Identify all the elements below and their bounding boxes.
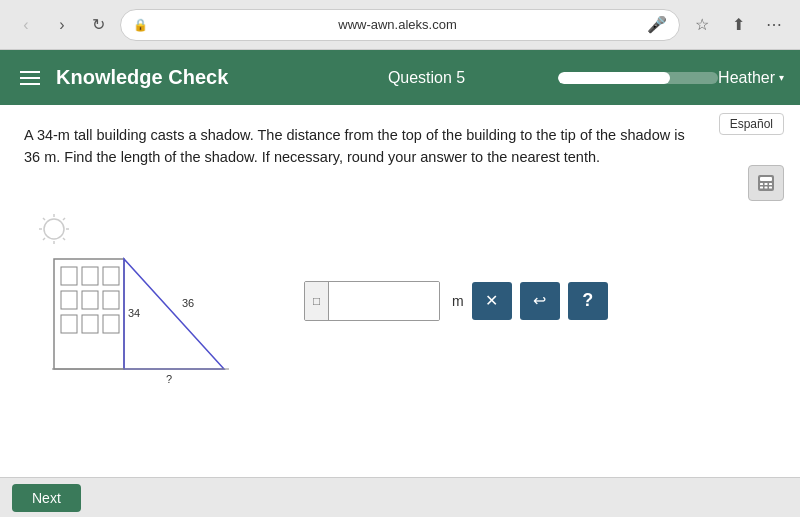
back-button[interactable]: ‹ — [12, 11, 40, 39]
user-name: Heather — [718, 69, 775, 87]
clear-button[interactable]: ✕ — [472, 282, 512, 320]
answer-input[interactable] — [329, 282, 439, 320]
svg-line-14 — [63, 218, 65, 220]
svg-point-8 — [44, 219, 64, 239]
svg-rect-2 — [760, 183, 763, 185]
svg-text:?: ? — [166, 373, 172, 385]
answer-input-wrapper: □ — [304, 281, 440, 321]
svg-rect-22 — [82, 291, 98, 309]
clear-icon: ✕ — [485, 291, 498, 310]
next-button[interactable]: Next — [12, 484, 81, 512]
lock-icon: 🔒 — [133, 18, 148, 32]
svg-rect-19 — [82, 267, 98, 285]
browser-chrome: ‹ › ↻ 🔒 www-awn.aleks.com 🎤 ☆ ⬆ ⋯ — [0, 0, 800, 50]
svg-rect-24 — [61, 315, 77, 333]
undo-button[interactable]: ↩ — [520, 282, 560, 320]
more-button[interactable]: ⋯ — [760, 11, 788, 39]
building-svg: 36 34 ? — [24, 199, 244, 399]
progress-bar — [558, 72, 718, 84]
svg-rect-5 — [760, 187, 763, 189]
menu-button[interactable] — [16, 67, 44, 89]
help-icon: ? — [582, 290, 593, 311]
svg-rect-7 — [769, 187, 772, 189]
svg-rect-17 — [54, 259, 124, 369]
app-title: Knowledge Check — [56, 66, 303, 89]
svg-line-15 — [43, 238, 45, 240]
bottom-bar: Next — [0, 477, 800, 517]
hamburger-line — [20, 77, 40, 79]
svg-rect-25 — [82, 315, 98, 333]
address-bar[interactable]: 🔒 www-awn.aleks.com 🎤 — [120, 9, 680, 41]
building-diagram: 36 34 ? — [24, 199, 244, 403]
reload-button[interactable]: ↻ — [84, 11, 112, 39]
progress-bar-fill — [558, 72, 670, 84]
svg-rect-1 — [760, 177, 772, 181]
espanol-button[interactable]: Español — [719, 113, 784, 135]
svg-text:36: 36 — [182, 297, 194, 309]
input-icon: □ — [305, 282, 329, 320]
svg-rect-23 — [103, 291, 119, 309]
hamburger-line — [20, 71, 40, 73]
svg-rect-26 — [103, 315, 119, 333]
url-text: www-awn.aleks.com — [154, 17, 641, 32]
answer-area: □ m ✕ ↩ ? — [304, 281, 608, 321]
app-header: Knowledge Check Question 5 Heather ▾ — [0, 50, 800, 105]
help-button[interactable]: ? — [568, 282, 608, 320]
calculator-icon — [756, 173, 776, 193]
forward-button[interactable]: › — [48, 11, 76, 39]
share-button[interactable]: ⬆ — [724, 11, 752, 39]
svg-rect-20 — [103, 267, 119, 285]
user-section[interactable]: Heather ▾ — [718, 69, 784, 87]
svg-rect-21 — [61, 291, 77, 309]
svg-line-13 — [43, 218, 45, 220]
svg-text:34: 34 — [128, 307, 140, 319]
svg-rect-4 — [769, 183, 772, 185]
mic-icon: 🎤 — [647, 15, 667, 34]
diagram-area: 36 34 ? □ m ✕ ↩ ? — [0, 189, 800, 413]
user-dropdown-arrow: ▾ — [779, 72, 784, 83]
svg-rect-3 — [765, 183, 768, 185]
unit-label: m — [452, 293, 464, 309]
svg-rect-18 — [61, 267, 77, 285]
content-area: Español A 34-m tall building casts a sha… — [0, 105, 800, 517]
svg-rect-6 — [765, 187, 768, 189]
svg-line-16 — [63, 238, 65, 240]
question-text: A 34-m tall building casts a shadow. The… — [0, 105, 720, 179]
bookmark-button[interactable]: ☆ — [688, 11, 716, 39]
question-label: Question 5 — [303, 69, 550, 87]
hamburger-line — [20, 83, 40, 85]
calculator-button[interactable] — [748, 165, 784, 201]
undo-icon: ↩ — [533, 291, 546, 310]
